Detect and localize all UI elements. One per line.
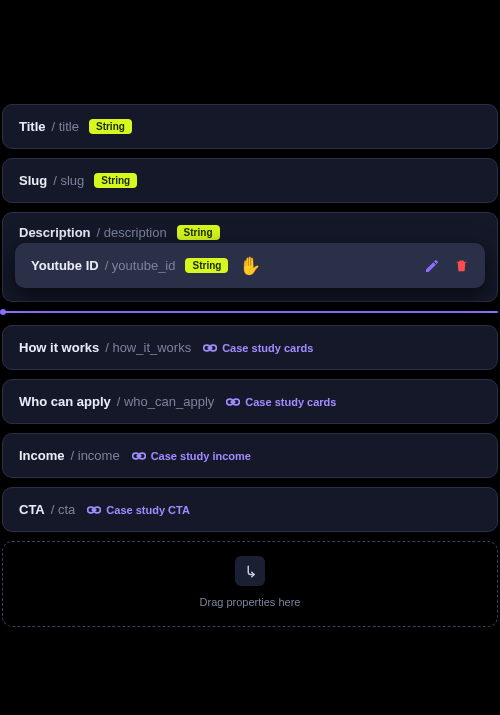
field-label: Income — [19, 448, 65, 463]
field-label: Description — [19, 225, 91, 240]
field-label: CTA — [19, 502, 45, 517]
dropzone[interactable]: Drag properties here — [2, 541, 498, 627]
field-slug: / slug — [53, 173, 84, 188]
field-row[interactable]: Slug / slugString — [2, 158, 498, 203]
arrow-icon — [243, 564, 257, 578]
field-row[interactable]: Who can apply / who_can_applyCase study … — [2, 379, 498, 424]
link-icon — [203, 342, 222, 354]
field-label: How it works — [19, 340, 99, 355]
ref-label: Case study CTA — [106, 504, 190, 516]
field-row[interactable]: CTA / ctaCase study CTA — [2, 487, 498, 532]
type-badge-string: String — [177, 225, 220, 240]
ref-label: Case study cards — [245, 396, 336, 408]
field-slug: / how_it_works — [105, 340, 191, 355]
fields-list: Title / titleStringSlug / slugStringDesc… — [2, 104, 498, 627]
type-badge-string: String — [94, 173, 137, 188]
field-slug: / cta — [51, 502, 76, 517]
edit-icon[interactable] — [424, 258, 440, 274]
field-slug: / youtube_id — [105, 258, 176, 273]
row-actions — [424, 258, 469, 274]
grab-hand-icon: ✋ — [239, 257, 261, 275]
field-label: Youtube ID — [31, 258, 99, 273]
field-label: Who can apply — [19, 394, 111, 409]
ref-label: Case study income — [151, 450, 251, 462]
dropzone-text: Drag properties here — [19, 596, 481, 608]
trash-icon[interactable] — [454, 258, 469, 273]
ref-label: Case study cards — [222, 342, 313, 354]
field-slug: / title — [52, 119, 79, 134]
type-ref-link[interactable]: Case study cards — [226, 396, 336, 408]
dragging-field-row[interactable]: Youtube ID / youtube_idString✋ — [15, 243, 485, 288]
insert-indicator — [2, 311, 498, 313]
field-label: Title — [19, 119, 46, 134]
type-badge-string: String — [89, 119, 132, 134]
link-icon — [226, 396, 245, 408]
field-slug: / income — [71, 448, 120, 463]
field-row[interactable]: How it works / how_it_worksCase study ca… — [2, 325, 498, 370]
field-slug: / who_can_apply — [117, 394, 215, 409]
type-badge-string: String — [185, 258, 228, 273]
type-ref-link[interactable]: Case study income — [132, 450, 251, 462]
dropzone-icon-box — [235, 556, 265, 586]
field-row[interactable]: Title / titleString — [2, 104, 498, 149]
field-row[interactable]: Income / incomeCase study income — [2, 433, 498, 478]
field-slug: / description — [97, 225, 167, 240]
type-ref-link[interactable]: Case study cards — [203, 342, 313, 354]
link-icon — [87, 504, 106, 516]
link-icon — [132, 450, 151, 462]
type-ref-link[interactable]: Case study CTA — [87, 504, 190, 516]
field-label: Slug — [19, 173, 47, 188]
